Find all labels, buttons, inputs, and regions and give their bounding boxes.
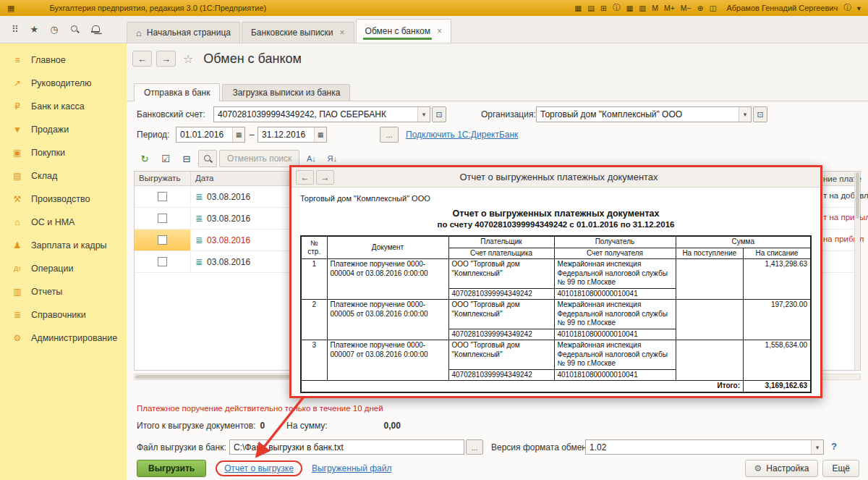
directbank-link[interactable]: Подключить 1С:ДиректБанк bbox=[406, 130, 518, 140]
search-glyph-icon bbox=[203, 154, 213, 164]
period-from-field[interactable]: 01.01.2016 ▦ bbox=[176, 127, 245, 143]
upload-button[interactable]: Выгрузить bbox=[137, 460, 206, 477]
sidebar-item-sales[interactable]: ▼Продажи bbox=[0, 118, 127, 141]
period-to-value: 31.12.2016 bbox=[258, 130, 314, 140]
close-icon[interactable]: × bbox=[340, 28, 345, 38]
app-menu-icon[interactable]: ▦ bbox=[7, 4, 14, 13]
favorites-icon[interactable]: ★ bbox=[30, 25, 39, 34]
row-receiver-account: 40101810800000010041 bbox=[554, 288, 676, 300]
export-file-label: Файл выгрузки в банк: bbox=[137, 442, 226, 452]
page-header: ← → ☆ Обмен с банком bbox=[132, 51, 302, 67]
bank-account-open-button[interactable]: ⊡ bbox=[432, 106, 446, 122]
memory-plus-icon[interactable]: M+ bbox=[664, 4, 675, 12]
tab-load-statement[interactable]: Загрузка выписки из банка bbox=[222, 84, 350, 101]
sidebar-item-bank-cash[interactable]: ₽Банк и касса bbox=[0, 95, 127, 118]
user-menu-caret-icon[interactable]: ▾ bbox=[857, 4, 861, 12]
format-version-field[interactable]: 1.02 ▾ bbox=[585, 439, 824, 455]
period-options-button[interactable]: ... bbox=[380, 127, 399, 143]
chevron-down-icon[interactable]: ▾ bbox=[739, 107, 751, 122]
notifications-icon[interactable] bbox=[91, 25, 100, 34]
sidebar-item-purchases[interactable]: ▣Покупки bbox=[0, 141, 127, 164]
chevron-down-icon[interactable]: ▾ bbox=[417, 107, 430, 122]
current-user[interactable]: Абрамов Геннадий Сергеевич bbox=[726, 4, 838, 12]
help-icon[interactable]: ? bbox=[831, 441, 837, 452]
search-icon[interactable] bbox=[198, 150, 217, 167]
report-dialog-title: Отчет о выгруженных платежных документах bbox=[336, 172, 816, 182]
sidebar-item-production[interactable]: ⚒Производство bbox=[0, 188, 127, 211]
export-file-field[interactable]: C:\Файл выгрузки в банк.txt bbox=[229, 439, 464, 455]
export-checkbox[interactable] bbox=[158, 192, 167, 201]
sidebar-item-main[interactable]: ≡Главное bbox=[0, 49, 127, 72]
col-payer: Плательщик bbox=[448, 236, 554, 248]
sidebar-item-label: Администрирование bbox=[31, 333, 117, 343]
refresh-icon[interactable]: ↻ bbox=[135, 150, 154, 167]
organization-label: Организация: bbox=[481, 109, 536, 119]
sidebar-item-salary-hr[interactable]: ♟Зарплата и кадры bbox=[0, 234, 127, 257]
organization-open-button[interactable]: ⊡ bbox=[753, 106, 767, 122]
sidebar-item-fixed-assets[interactable]: ⌂ОС и НМА bbox=[0, 211, 127, 234]
forward-button[interactable]: → bbox=[316, 170, 334, 185]
scrollbar-thumb[interactable] bbox=[856, 172, 859, 219]
info-icon[interactable]: ⓘ bbox=[613, 3, 621, 13]
settings-button[interactable]: ⚙ Настройка bbox=[745, 460, 819, 477]
tab-bank-statements-label: Банковские выписки bbox=[251, 28, 333, 38]
calendar-icon[interactable]: ▦ bbox=[314, 127, 326, 142]
apps-grid-icon[interactable]: ⠿ bbox=[12, 25, 19, 34]
calendar-icon[interactable]: ▦ bbox=[232, 127, 244, 142]
sidebar-item-label: Покупки bbox=[31, 148, 65, 158]
vertical-scrollbar[interactable] bbox=[854, 172, 860, 370]
memory-minus-icon[interactable]: M− bbox=[681, 4, 692, 12]
bank-account-field[interactable]: 40702810399994349242, ПАО СБЕРБАНК ▾ bbox=[213, 106, 430, 122]
user-info-icon[interactable]: ⓘ bbox=[843, 3, 851, 13]
cancel-search-button[interactable]: Отменить поиск bbox=[219, 150, 299, 167]
col-receiver: Получатель bbox=[554, 236, 676, 248]
calendar-icon[interactable]: ▦ bbox=[626, 4, 633, 12]
sidebar-item-directories[interactable]: ≣Справочники bbox=[0, 303, 127, 327]
sidebar-item-warehouse[interactable]: ▤Склад bbox=[0, 164, 127, 188]
forward-button[interactable]: → bbox=[156, 51, 176, 67]
exported-file-link[interactable]: Выгруженный файл bbox=[312, 463, 392, 473]
sidebar-item-administration[interactable]: ⚙Администрирование bbox=[0, 327, 127, 350]
export-checkbox[interactable] bbox=[158, 235, 167, 245]
browse-file-button[interactable]: ... bbox=[466, 439, 483, 455]
directories-icon: ≣ bbox=[11, 310, 24, 320]
zoom-icon[interactable]: ⊕ bbox=[697, 4, 704, 12]
export-report-link[interactable]: Отчет о выгрузке bbox=[224, 463, 294, 473]
tab-bank-statements[interactable]: Банковские выписки × bbox=[242, 22, 354, 43]
sidebar-item-operations[interactable]: ДтОперации bbox=[0, 257, 127, 280]
sidebar-item-label: Продажи bbox=[31, 125, 69, 135]
column-date[interactable]: Дата bbox=[191, 172, 289, 185]
chevron-down-icon[interactable]: ▾ bbox=[811, 440, 823, 454]
navbar: ⠿ ★ ◷ ⌂ Начальная страница Банковские вы… bbox=[0, 16, 868, 43]
column-export[interactable]: Выгружать bbox=[135, 172, 191, 185]
memory-icon[interactable]: M bbox=[652, 4, 658, 12]
mark-all-icon[interactable]: ☑ bbox=[156, 150, 175, 167]
tab-bank-exchange[interactable]: Обмен с банком × bbox=[356, 19, 451, 43]
sidebar-item-manager[interactable]: ↗Руководителю bbox=[0, 72, 127, 95]
report-row: 3 Платежное поручение 0000-000007 от 03.… bbox=[301, 340, 811, 370]
global-search-icon[interactable] bbox=[70, 25, 80, 34]
unmark-all-icon[interactable]: ⊟ bbox=[177, 150, 196, 167]
calculator-icon[interactable]: ▥ bbox=[639, 4, 646, 12]
favorite-star-icon[interactable]: ☆ bbox=[183, 52, 193, 66]
back-button[interactable]: ← bbox=[296, 170, 314, 185]
close-icon[interactable]: × bbox=[437, 26, 442, 36]
export-checkbox[interactable] bbox=[158, 257, 167, 266]
tab-send-to-bank[interactable]: Отправка в банк bbox=[134, 83, 220, 101]
page-title: Обмен с банком bbox=[203, 51, 302, 67]
sidebar-item-reports[interactable]: ▥Отчеты bbox=[0, 280, 127, 303]
more-button[interactable]: Ещё bbox=[822, 460, 859, 477]
period-to-field[interactable]: 31.12.2016 ▦ bbox=[258, 127, 327, 143]
back-button[interactable]: ← bbox=[132, 51, 152, 67]
print-icon[interactable]: ▤ bbox=[587, 4, 595, 12]
purchases-icon: ▣ bbox=[11, 148, 24, 158]
monitor-icon[interactable]: ▦ bbox=[574, 4, 582, 12]
export-checkbox[interactable] bbox=[158, 214, 167, 223]
copy-icon[interactable]: ⊞ bbox=[600, 4, 607, 12]
history-icon[interactable]: ◷ bbox=[50, 25, 58, 34]
docs-total-label: Итого к выгрузке документов: bbox=[137, 421, 255, 431]
tab-home[interactable]: ⌂ Начальная страница bbox=[127, 22, 240, 43]
row-num: 2 bbox=[301, 300, 327, 340]
organization-field[interactable]: Торговый дом "Комплексный" ООО ▾ bbox=[536, 106, 752, 122]
panels-icon[interactable]: ◫ bbox=[710, 4, 717, 12]
